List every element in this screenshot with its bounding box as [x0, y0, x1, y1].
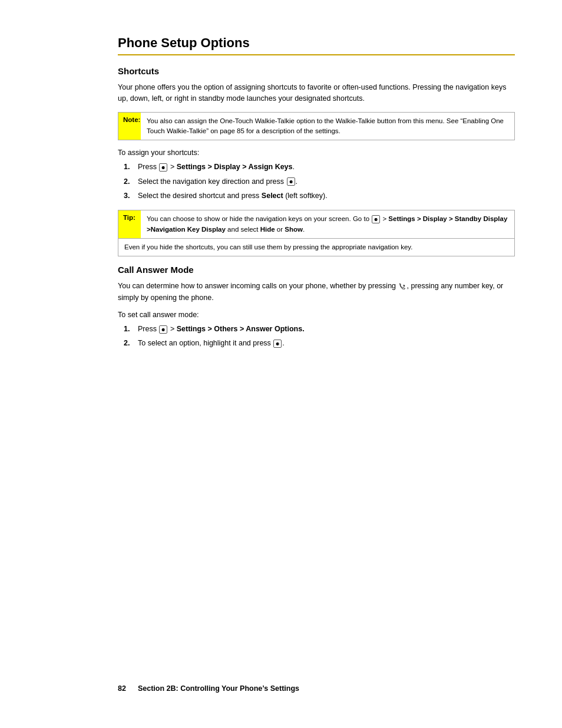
call-step-1-text: Press ⚈ > Settings > Others > Answer Opt… [138, 324, 515, 335]
call-step-2-num: 2. [124, 338, 134, 349]
note-box: Note: You also can assign the One-Touch … [118, 112, 515, 141]
menu-icon-2: ⚈ [287, 177, 295, 186]
step-2-text: Select the navigation key direction and … [138, 176, 515, 187]
note-content: You also can assign the One-Touch Walkie… [141, 113, 514, 140]
tip-box: Tip: You can choose to show or hide the … [118, 210, 515, 256]
call-step-2: 2. To select an option, highlight it and… [124, 338, 515, 349]
menu-icon-call-2: ⚈ [273, 340, 282, 348]
assign-shortcuts-label: To assign your shortcuts: [118, 149, 515, 157]
call-step-2-text: To select an option, highlight it and pr… [138, 338, 515, 349]
call-answer-label: To set call answer mode: [118, 311, 515, 319]
step-1-text: Press ⚈ > Settings > Display > Assign Ke… [138, 162, 515, 173]
tip-label: Tip: [118, 210, 141, 238]
step-3-num: 3. [124, 190, 134, 202]
menu-icon-1: ⚈ [159, 163, 167, 172]
step-2: 2. Select the navigation key direction a… [124, 176, 515, 187]
tip-content-1: You can choose to show or hide the navig… [141, 210, 514, 238]
step-1-num: 1. [124, 162, 134, 173]
shortcuts-intro: Your phone offers you the option of assi… [118, 82, 515, 105]
step-3-text: Select the desired shortcut and press Se… [138, 190, 515, 202]
page-footer: 82 Section 2B: Controlling Your Phone’s … [118, 684, 515, 693]
menu-icon-tip: ⚈ [372, 215, 380, 223]
footer-page-num: 82 [118, 684, 126, 693]
phone-icon [399, 283, 406, 289]
tip-inner: Tip: You can choose to show or hide the … [118, 210, 514, 238]
shortcuts-heading: Shortcuts [118, 66, 515, 76]
call-answer-heading: Call Answer Mode [118, 265, 515, 275]
shortcuts-section: Shortcuts Your phone offers you the opti… [118, 66, 515, 256]
shortcuts-steps: 1. Press ⚈ > Settings > Display > Assign… [118, 162, 515, 202]
page-title: Phone Setup Options [118, 35, 515, 51]
call-step-1-num: 1. [124, 324, 134, 335]
menu-icon-call-1: ⚈ [159, 325, 167, 334]
call-answer-section: Call Answer Mode You can determine how t… [118, 265, 515, 350]
step-3: 3. Select the desired shortcut and press… [124, 190, 515, 202]
page-container: Phone Setup Options Shortcuts Your phone… [0, 0, 562, 728]
footer-section-text: Section 2B: Controlling Your Phone’s Set… [138, 684, 299, 693]
title-rule [118, 54, 515, 55]
note-label: Note: [118, 113, 141, 140]
call-answer-intro: You can determine how to answer incoming… [118, 281, 515, 304]
tip-content-2: Even if you hide the shortcuts, you can … [118, 238, 514, 256]
call-step-1: 1. Press ⚈ > Settings > Others > Answer … [124, 324, 515, 335]
call-answer-steps: 1. Press ⚈ > Settings > Others > Answer … [118, 324, 515, 350]
step-2-num: 2. [124, 176, 134, 187]
step-1: 1. Press ⚈ > Settings > Display > Assign… [124, 162, 515, 173]
